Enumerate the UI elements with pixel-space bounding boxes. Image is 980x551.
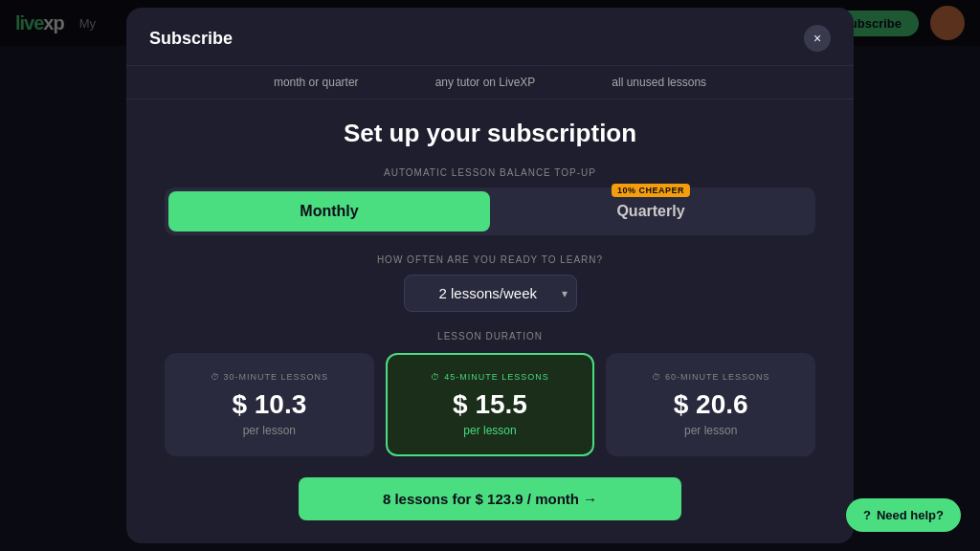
duration-45-price: $ 15.5 <box>399 389 582 420</box>
subscribe-modal: Subscribe × month or quarter any tutor o… <box>126 8 854 543</box>
help-label: Need help? <box>877 508 944 522</box>
cheaper-badge: 10% CHEAPER <box>612 184 690 197</box>
question-icon: ? <box>863 508 871 522</box>
modal-overlay: Subscribe × month or quarter any tutor o… <box>0 0 980 551</box>
info-strip: month or quarter any tutor on LiveXP all… <box>126 66 854 99</box>
frequency-select-wrapper: 📅 1 lesson/week 2 lessons/week 3 lessons… <box>165 275 815 312</box>
duration-60-label: ⏱ 60-MINUTE LESSONS <box>619 372 802 382</box>
duration-card-60[interactable]: ⏱ 60-MINUTE LESSONS $ 20.6 per lesson <box>606 353 815 456</box>
frequency-select[interactable]: 1 lesson/week 2 lessons/week 3 lessons/w… <box>404 275 577 312</box>
clock-icon-30: ⏱ <box>211 372 220 382</box>
cta-bar: 8 lessons for $ 123.9 / month → <box>126 477 854 543</box>
duration-card-45[interactable]: ⏱ 45-MINUTE LESSONS $ 15.5 per lesson <box>386 353 595 456</box>
clock-icon-60: ⏱ <box>652 372 661 382</box>
info-item-3: all unused lessons <box>612 76 706 89</box>
duration-60-per-lesson: per lesson <box>619 424 802 437</box>
duration-30-price: $ 10.3 <box>178 389 361 420</box>
frequency-select-container: 📅 1 lesson/week 2 lessons/week 3 lessons… <box>404 275 577 312</box>
quarterly-label: Quarterly <box>616 203 684 219</box>
duration-cards: ⏱ 30-MINUTE LESSONS $ 10.3 per lesson ⏱ … <box>165 353 815 456</box>
duration-60-price: $ 20.6 <box>619 389 802 420</box>
duration-30-per-lesson: per lesson <box>178 424 361 437</box>
monthly-toggle-button[interactable]: Monthly <box>168 191 490 231</box>
quarterly-toggle-button[interactable]: 10% CHEAPER Quarterly <box>490 191 812 231</box>
duration-card-30[interactable]: ⏱ 30-MINUTE LESSONS $ 10.3 per lesson <box>165 353 374 456</box>
cta-button[interactable]: 8 lessons for $ 123.9 / month → <box>299 477 681 520</box>
duration-45-label: ⏱ 45-MINUTE LESSONS <box>399 372 582 382</box>
info-item-2: any tutor on LiveXP <box>435 76 536 89</box>
help-button[interactable]: ? Need help? <box>846 498 961 532</box>
info-item-1: month or quarter <box>274 76 359 89</box>
frequency-label: HOW OFTEN ARE YOU READY TO LEARN? <box>165 254 815 265</box>
billing-label: AUTOMATIC LESSON BALANCE TOP-UP <box>165 167 815 178</box>
modal-body: Set up your subscription AUTOMATIC LESSO… <box>126 99 854 477</box>
modal-header: Subscribe × <box>126 8 854 66</box>
section-title: Set up your subscription <box>165 119 815 148</box>
clock-icon-45: ⏱ <box>431 372 440 382</box>
modal-title: Subscribe <box>149 29 233 49</box>
duration-45-per-lesson: per lesson <box>399 424 582 437</box>
duration-30-label: ⏱ 30-MINUTE LESSONS <box>178 372 361 382</box>
billing-toggle: Monthly 10% CHEAPER Quarterly <box>165 187 815 235</box>
duration-label: LESSON DURATION <box>165 331 815 342</box>
close-button[interactable]: × <box>804 25 831 52</box>
